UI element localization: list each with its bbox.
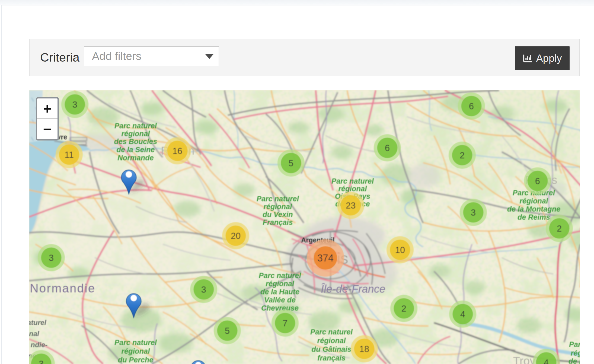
svg-text:Parc naturel: Parc naturel (257, 195, 299, 203)
svg-text:ndie-: ndie- (31, 341, 47, 349)
svg-text:Vallée de: Vallée de (264, 296, 296, 304)
svg-text:5: 5 (289, 158, 293, 168)
svg-text:régional: régional (266, 280, 294, 288)
svg-text:6: 6 (469, 101, 474, 111)
svg-text:2: 2 (401, 304, 406, 314)
svg-text:7: 7 (283, 318, 288, 328)
svg-text:6: 6 (535, 176, 540, 186)
svg-text:de la Haute: de la Haute (260, 288, 299, 296)
svg-text:10: 10 (395, 245, 405, 255)
svg-text:Parc naturel: Parc naturel (331, 177, 374, 185)
svg-text:français: français (317, 354, 346, 362)
svg-text:18: 18 (359, 344, 369, 354)
svg-text:4: 4 (544, 357, 549, 364)
svg-text:Parc n: Parc n (569, 340, 580, 349)
svg-text:5: 5 (225, 326, 230, 336)
svg-text:de la: de la (569, 357, 580, 364)
svg-text:nal: nal (29, 330, 39, 338)
svg-text:régional: régional (263, 203, 292, 211)
svg-text:Français: Français (263, 218, 293, 226)
svg-text:régional: régional (121, 347, 150, 355)
svg-text:des Boucles: des Boucles (114, 138, 157, 146)
svg-text:Île-de-France: Île-de-France (321, 283, 385, 295)
svg-text:de Reims: de Reims (518, 213, 550, 221)
svg-text:Parc naturel: Parc naturel (114, 339, 157, 347)
svg-text:2: 2 (557, 223, 562, 234)
svg-text:aturel: aturel (29, 318, 47, 327)
svg-text:régi: régi (571, 349, 580, 357)
svg-text:régional: régional (519, 197, 548, 205)
svg-text:régional: régional (121, 130, 150, 138)
svg-text:6: 6 (385, 143, 390, 153)
svg-text:Parc naturel: Parc naturel (259, 272, 301, 280)
svg-text:3: 3 (49, 253, 54, 263)
svg-text:du Gâtinais: du Gâtinais (311, 345, 351, 353)
svg-text:2: 2 (460, 150, 465, 160)
svg-text:16: 16 (173, 146, 183, 156)
svg-text:du Vexin: du Vexin (263, 210, 293, 219)
svg-text:11: 11 (65, 150, 74, 160)
svg-text:de la Montagne: de la Montagne (507, 205, 561, 213)
svg-text:3: 3 (72, 100, 77, 110)
svg-text:régional: régional (338, 185, 367, 193)
svg-text:374: 374 (317, 253, 334, 264)
svg-text:de la Seine: de la Seine (116, 146, 155, 154)
svg-text:Parc naturel: Parc naturel (114, 122, 157, 130)
svg-text:23: 23 (346, 200, 356, 210)
svg-text:Normande: Normande (117, 154, 154, 162)
svg-text:du Perche: du Perche (118, 356, 154, 364)
svg-text:20: 20 (231, 231, 241, 241)
svg-text:Parc naturel: Parc naturel (310, 328, 353, 336)
svg-text:3: 3 (201, 285, 206, 295)
svg-text:Normandie: Normandie (30, 282, 95, 295)
svg-text:4: 4 (460, 309, 465, 319)
svg-text:3: 3 (39, 359, 44, 364)
svg-text:régional: régional (317, 337, 346, 345)
svg-text:3: 3 (471, 207, 476, 218)
